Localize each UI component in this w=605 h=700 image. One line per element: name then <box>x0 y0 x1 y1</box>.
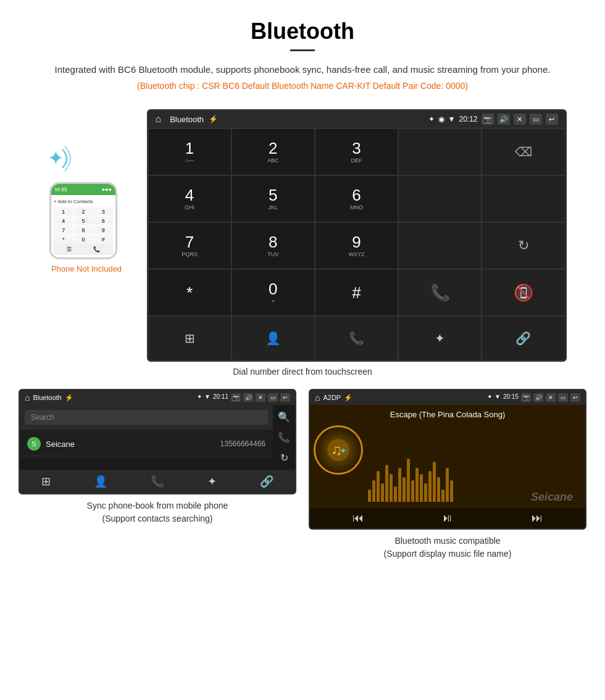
contact-item[interactable]: S Seicane 13566664466 <box>20 432 273 456</box>
contacts-win-icon[interactable]: ▭ <box>268 393 278 402</box>
contacts-search-area: Search <box>20 405 273 430</box>
music-bt-icon: ✦ <box>487 393 492 402</box>
close-icon[interactable]: ✕ <box>514 114 526 125</box>
phone-key-8[interactable]: 8 <box>73 226 93 235</box>
music-caption: Bluetooth music compatible (Support disp… <box>309 535 586 560</box>
contacts-statusbar-title: Bluetooth <box>33 394 61 401</box>
phone-key-5[interactable]: 5 <box>73 217 93 225</box>
dial-key-4[interactable]: 4 GHI <box>148 175 232 222</box>
contacts-phone-icon[interactable]: 📞 <box>278 431 290 443</box>
viz-bar <box>394 486 397 502</box>
viz-bar <box>372 480 375 502</box>
next-icon[interactable]: ⏭ <box>532 512 543 525</box>
page-title: Bluetooth <box>12 19 593 44</box>
contacts-nav-user[interactable]: 👤 <box>94 475 107 488</box>
contacts-nav-link[interactable]: 🔗 <box>260 475 273 488</box>
dial-nav-recents[interactable]: 📞 <box>315 316 398 360</box>
dial-key-5[interactable]: 5 JKL <box>232 175 315 222</box>
dial-nav-dialpad[interactable]: ⊞ <box>148 316 232 360</box>
contacts-nav-grid[interactable]: ⊞ <box>41 475 51 488</box>
usb-icon: ⚡ <box>209 115 218 123</box>
window-icon[interactable]: ▭ <box>530 114 542 125</box>
music-close-icon[interactable]: ✕ <box>546 393 556 402</box>
phone-key-hash[interactable]: # <box>94 235 113 244</box>
dial-key-3[interactable]: 3 DEF <box>315 128 398 175</box>
contacts-screen-block: ⌂ Bluetooth ⚡ ✦ ▼ 20:11 📷 🔊 ✕ ▭ ↩ <box>19 389 296 560</box>
statusbar-left: ⌂ Bluetooth ⚡ <box>156 114 219 125</box>
music-note-icon: ♫ ✦ <box>326 438 351 462</box>
dial-key-9[interactable]: 9 WXYZ <box>315 222 398 269</box>
dial-key-0[interactable]: 0 + <box>232 269 315 316</box>
dial-key-7[interactable]: 7 PQRS <box>148 222 232 269</box>
contacts-camera-icon[interactable]: 📷 <box>231 393 241 402</box>
dial-screen: ⌂ Bluetooth ⚡ ✦ ◉ ▼ 20:12 📷 🔊 ✕ ▭ ↩ 1 ○— <box>147 109 567 362</box>
contacts-nav-phone[interactable]: 📞 <box>151 475 164 488</box>
dial-nav-bluetooth[interactable]: ✦ <box>398 316 482 360</box>
dial-backspace[interactable]: ⌫ <box>482 128 565 175</box>
music-camera-icon[interactable]: 📷 <box>521 393 531 402</box>
phone-key-9[interactable]: 9 <box>94 226 113 235</box>
dial-call-btn[interactable]: 📞 <box>398 269 482 316</box>
phone-key-4[interactable]: 4 <box>54 217 73 225</box>
dial-key-star[interactable]: * <box>148 269 232 316</box>
dial-key-1[interactable]: 1 ○— <box>148 128 232 175</box>
camera-icon[interactable]: 📷 <box>482 114 494 125</box>
phone-contacts-label: + Add to Contacts <box>54 198 113 206</box>
music-time: 20:15 <box>503 393 519 402</box>
music-controls: ⏮ ⏯ ⏭ <box>310 508 585 528</box>
viz-bar <box>424 483 427 502</box>
contacts-sync-icon[interactable]: ↻ <box>280 452 288 464</box>
play-pause-icon[interactable]: ⏯ <box>442 512 453 525</box>
contacts-close-icon[interactable]: ✕ <box>256 393 265 402</box>
statusbar-right: ✦ ◉ ▼ 20:12 📷 🔊 ✕ ▭ ↩ <box>428 114 558 125</box>
phone-key-6[interactable]: 6 <box>94 217 113 225</box>
dial-nav-settings[interactable]: 🔗 <box>482 316 565 360</box>
phone-key-0[interactable]: 0 <box>73 235 93 244</box>
phone-body: M:85 ●●● + Add to Contacts 1 2 3 4 5 6 7… <box>49 182 117 259</box>
music-android-screen: ⌂ A2DP ⚡ ✦ ▼ 20:15 📷 🔊 ✕ ▭ ↩ Escape (The… <box>309 389 586 530</box>
dial-key-6[interactable]: 6 MNO <box>315 175 398 222</box>
dial-key-8[interactable]: 8 TUV <box>232 222 315 269</box>
svg-text:✦: ✦ <box>340 446 347 456</box>
phone-bottom-bar: ☰ 📞 <box>54 244 113 255</box>
home-icon[interactable]: ⌂ <box>156 114 162 125</box>
contacts-search-icon[interactable]: 🔍 <box>278 411 290 423</box>
dial-nav-contacts[interactable]: 👤 <box>232 316 315 360</box>
phone-key-7[interactable]: 7 <box>54 226 73 235</box>
prev-icon[interactable]: ⏮ <box>353 512 364 525</box>
viz-bar <box>398 468 401 502</box>
viz-bar <box>403 477 406 502</box>
dial-key-hash[interactable]: # <box>315 269 398 316</box>
contacts-caption-line2: (Support contacts searching) <box>102 514 213 523</box>
dial-end-btn[interactable]: 📵 <box>482 269 565 316</box>
dial-display-area <box>398 128 482 175</box>
phone-key-3[interactable]: 3 <box>94 207 113 216</box>
volume-icon[interactable]: 🔊 <box>498 114 510 125</box>
title-divider <box>290 49 315 51</box>
contacts-statusbar-left: ⌂ Bluetooth ⚡ <box>25 393 73 402</box>
viz-bar <box>441 490 444 502</box>
music-back-icon[interactable]: ↩ <box>570 393 580 402</box>
viz-bar <box>377 471 380 502</box>
back-icon[interactable]: ↩ <box>546 114 558 125</box>
phone-key-2[interactable]: 2 <box>73 207 93 216</box>
phone-key-1[interactable]: 1 <box>54 207 73 216</box>
dial-refresh-btn[interactable]: ↻ <box>482 222 565 269</box>
phone-key-star[interactable]: * <box>54 235 73 244</box>
contact-name: Seicane <box>46 440 220 449</box>
phone-status: M:85 <box>55 186 67 193</box>
dial-statusbar: ⌂ Bluetooth ⚡ ✦ ◉ ▼ 20:12 📷 🔊 ✕ ▭ ↩ <box>148 110 565 128</box>
contacts-home-icon[interactable]: ⌂ <box>25 393 30 402</box>
phone-call-icon[interactable]: 📞 <box>93 246 100 252</box>
contacts-nav-bt[interactable]: ✦ <box>207 475 217 488</box>
music-statusbar-title: A2DP <box>323 394 341 401</box>
music-vol-icon[interactable]: 🔊 <box>533 393 543 402</box>
contacts-vol-icon[interactable]: 🔊 <box>243 393 253 402</box>
dial-key-2[interactable]: 2 ABC <box>232 128 315 175</box>
phone-signal: ●●● <box>102 186 112 193</box>
music-win-icon[interactable]: ▭ <box>558 393 568 402</box>
contacts-back-icon[interactable]: ↩ <box>280 393 290 402</box>
viz-bar <box>450 480 453 502</box>
contacts-search-bar[interactable]: Search <box>25 410 268 425</box>
music-home-icon[interactable]: ⌂ <box>315 393 320 402</box>
